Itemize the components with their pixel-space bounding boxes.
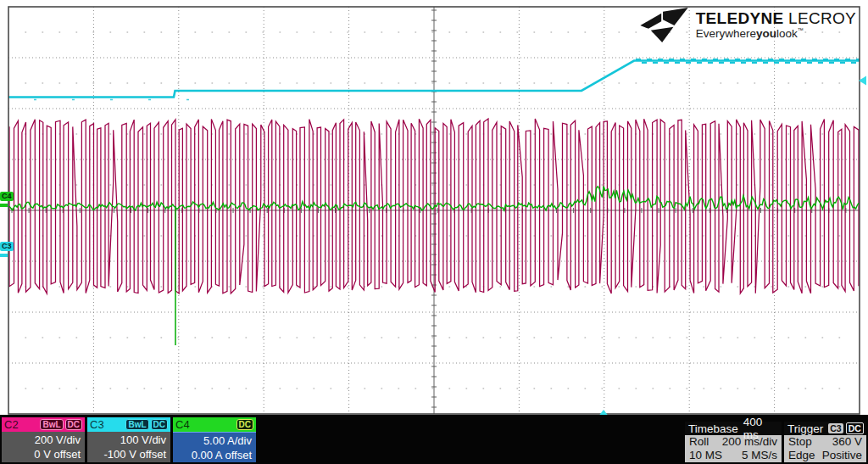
c2-scale: 200 V/div [2, 433, 81, 447]
c2-bwl-badge: BwL [40, 419, 63, 430]
c4-scale: 5.00 A/div [173, 433, 252, 448]
c3-label: C3 [90, 418, 104, 431]
brand-name: TELEDYNE LECROY [696, 10, 856, 27]
c4-header: C4 DC [173, 417, 256, 432]
channel-descriptor-c3[interactable]: C3 BwL DC 100 V/div -100 V offset [87, 417, 170, 462]
timebase-descriptor[interactable]: Timebase 400 ms Roll 200 ms/div 10 MS 5 … [685, 422, 782, 462]
c2-coupling-badge: DC [65, 419, 82, 430]
brand-tagline: Everywhereyoulook™ [696, 27, 856, 40]
oscilloscope-screen: TELEDYNE LECROY Everywhereyoulook™ C4 C3… [0, 0, 868, 464]
trigger-coupling-badge: DC [846, 422, 864, 434]
brand-text: TELEDYNE LECROY Everywhereyoulook™ [696, 10, 856, 40]
channel-descriptor-c2[interactable]: C2 BwL DC 200 V/div 0 V offset [2, 417, 85, 462]
trigger-row-slope: Edge Positive [784, 449, 866, 462]
c2-header: C2 BwL DC [2, 417, 85, 432]
c4-settings: 5.00 A/div 0.00 A offset [173, 432, 256, 462]
trigger-descriptor[interactable]: Trigger C3 DC Stop 360 V Edge Positive [784, 422, 866, 462]
timebase-row-mode: Roll 200 ms/div [685, 435, 782, 449]
timebase-header: Timebase 400 ms [685, 422, 782, 435]
c4-label: C4 [175, 418, 190, 431]
channel-descriptor-c4[interactable]: C4 DC 5.00 A/div 0.00 A offset [173, 417, 256, 462]
scope-display [0, 0, 868, 419]
c2-offset: 0 V offset [2, 447, 81, 461]
c3-offset: -100 V offset [87, 447, 166, 461]
brand-logo: TELEDYNE LECROY Everywhereyoulook™ [640, 7, 856, 42]
trigger-row-level: Stop 360 V [784, 435, 866, 449]
timebase-title: Timebase [688, 422, 738, 435]
c3-zero-pointer [0, 254, 8, 257]
teledyne-arrows-icon [640, 7, 689, 42]
c4-zero-marker[interactable]: C4 [0, 192, 14, 201]
c3-zero-marker[interactable]: C3 [0, 242, 14, 251]
c2-label: C2 [4, 418, 19, 431]
c3-scale: 100 V/div [87, 433, 166, 447]
c4-coupling-badge: DC [236, 419, 253, 430]
c3-coupling-badge: DC [151, 419, 168, 430]
c2-settings: 200 V/div 0 V offset [2, 432, 85, 462]
c3-settings: 100 V/div -100 V offset [87, 432, 170, 462]
c3-header: C3 BwL DC [87, 417, 170, 432]
brand-name-lecroy: LECROY [788, 9, 856, 27]
timebase-row-sampling: 10 MS 5 MS/s [685, 449, 782, 462]
status-bar: C2 BwL DC 200 V/div 0 V offset C3 BwL DC… [0, 415, 868, 464]
c4-zero-pointer [0, 204, 8, 207]
trigger-title: Trigger [787, 422, 823, 435]
trigger-source-badge: C3 [828, 423, 843, 433]
c4-offset: 0.00 A offset [173, 448, 252, 462]
c3-bwl-badge: BwL [125, 419, 148, 430]
brand-name-teledyne: TELEDYNE [696, 9, 784, 27]
trigger-header: Trigger C3 DC [784, 422, 866, 435]
center-axis-ticks [12, 10, 846, 407]
